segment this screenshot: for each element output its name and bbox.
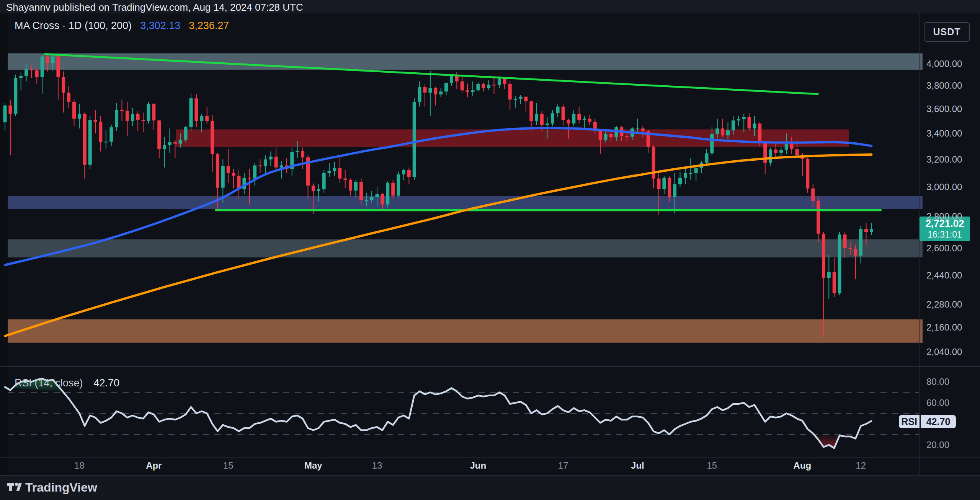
sr-zone-support-2150[interactable] bbox=[8, 319, 923, 343]
candle-body bbox=[280, 166, 283, 168]
candle-body bbox=[274, 157, 278, 168]
header-bar: Shayannv published on TradingView.com, A… bbox=[0, 0, 980, 13]
time-tick-Jun: Jun bbox=[455, 460, 501, 471]
sr-zone-resistance-4000[interactable] bbox=[8, 53, 923, 70]
candle-body bbox=[519, 97, 522, 99]
candle-body bbox=[338, 168, 341, 179]
candle-body bbox=[343, 179, 347, 180]
candle-body bbox=[455, 76, 459, 81]
candle-body bbox=[482, 84, 485, 88]
candle-body bbox=[833, 272, 836, 293]
candle-body bbox=[859, 229, 862, 256]
candle-body bbox=[540, 114, 544, 125]
candle-body bbox=[689, 173, 693, 174]
candle-body bbox=[476, 84, 480, 90]
candle-body bbox=[694, 168, 698, 173]
candle-body bbox=[428, 88, 432, 93]
rsi-tick: 80.00 bbox=[926, 376, 980, 387]
candle-body bbox=[104, 142, 108, 142]
rsi-axis-divider bbox=[0, 457, 980, 458]
candle-body bbox=[668, 178, 671, 197]
candle-body bbox=[726, 130, 730, 135]
time-tick-Aug: Aug bbox=[779, 460, 825, 471]
sr-zone-support-2900[interactable] bbox=[8, 196, 923, 209]
rsi-pane[interactable] bbox=[0, 366, 980, 457]
legend-title: MA Cross · 1D (100, 200) bbox=[15, 20, 132, 32]
candle-body bbox=[232, 173, 235, 176]
candle-body bbox=[376, 194, 379, 197]
sr-zone-resistance-3350[interactable] bbox=[176, 129, 849, 147]
price-pane[interactable] bbox=[0, 13, 980, 366]
candle-body bbox=[67, 93, 70, 102]
rsi-legend-title: RSI (14, close) bbox=[15, 377, 83, 389]
rsi-last-value-badge[interactable]: RSI 42.70 bbox=[899, 415, 956, 428]
price-tick: 3,400.00 bbox=[926, 128, 980, 139]
candle-body bbox=[662, 178, 666, 189]
tradingview-snapshot: Shayannv published on TradingView.com, A… bbox=[0, 0, 980, 500]
candle-body bbox=[742, 117, 746, 119]
time-tick-18: 18 bbox=[56, 460, 102, 471]
price-tick: 2,280.00 bbox=[926, 299, 980, 310]
candle-body bbox=[827, 272, 831, 278]
price-axis-border bbox=[919, 13, 920, 475]
candle-body bbox=[51, 57, 55, 63]
candle-body bbox=[466, 90, 469, 92]
candle-body bbox=[136, 114, 140, 120]
footer-bar: TradingView bbox=[0, 476, 980, 500]
tradingview-logo-icon[interactable] bbox=[7, 481, 22, 494]
candle-body bbox=[524, 97, 528, 101]
time-tick-15: 15 bbox=[205, 460, 251, 471]
candle-body bbox=[126, 111, 129, 121]
candle-body bbox=[221, 166, 225, 187]
candle-body bbox=[200, 116, 203, 121]
candle-body bbox=[211, 121, 214, 154]
candle-body bbox=[758, 124, 761, 142]
candle-body bbox=[120, 110, 124, 111]
candle-body bbox=[471, 90, 475, 92]
candle-body bbox=[30, 69, 33, 70]
candle-body bbox=[216, 154, 219, 188]
candle-body bbox=[779, 150, 783, 153]
candle-body bbox=[41, 57, 44, 77]
candle-body bbox=[62, 77, 65, 93]
candle-body bbox=[402, 170, 405, 174]
candle-body bbox=[854, 249, 857, 256]
candle-body bbox=[115, 110, 118, 127]
candle-body bbox=[439, 91, 443, 94]
candle-body bbox=[737, 119, 740, 121]
pane-divider[interactable] bbox=[0, 366, 980, 367]
candle-body bbox=[715, 129, 719, 134]
time-tick-15: 15 bbox=[689, 460, 735, 471]
candle-body bbox=[227, 166, 230, 173]
candle-body bbox=[264, 160, 267, 166]
candle-body bbox=[795, 149, 799, 155]
candle-body bbox=[546, 124, 549, 125]
candle-body bbox=[556, 107, 560, 113]
quote-currency-button[interactable]: USDT bbox=[924, 22, 970, 42]
candle-body bbox=[551, 113, 554, 124]
candle-body bbox=[864, 229, 868, 232]
candle-body bbox=[423, 87, 427, 93]
candle-body bbox=[370, 197, 374, 200]
candle-body bbox=[253, 166, 256, 179]
candle-body bbox=[24, 69, 28, 76]
candle-body bbox=[359, 182, 363, 200]
rsi-legend-value: 42.70 bbox=[94, 377, 120, 389]
candle-body bbox=[705, 153, 709, 163]
candle-body bbox=[354, 182, 358, 191]
candle-body bbox=[381, 194, 384, 205]
candle-body bbox=[529, 101, 533, 121]
time-tick-13: 13 bbox=[354, 460, 400, 471]
candle-body bbox=[19, 76, 23, 78]
candle-body bbox=[567, 120, 570, 124]
time-tick-12: 12 bbox=[838, 460, 884, 471]
candle-body bbox=[258, 166, 262, 166]
candle-body bbox=[817, 201, 820, 234]
candle-body bbox=[3, 106, 7, 122]
candle-body bbox=[503, 78, 506, 84]
sr-zone-support-2600[interactable] bbox=[8, 239, 923, 257]
tradingview-brand-text[interactable]: TradingView bbox=[25, 480, 97, 495]
price-tick: 2,440.00 bbox=[926, 270, 980, 281]
candle-body bbox=[609, 134, 613, 137]
candle-body bbox=[189, 98, 193, 127]
